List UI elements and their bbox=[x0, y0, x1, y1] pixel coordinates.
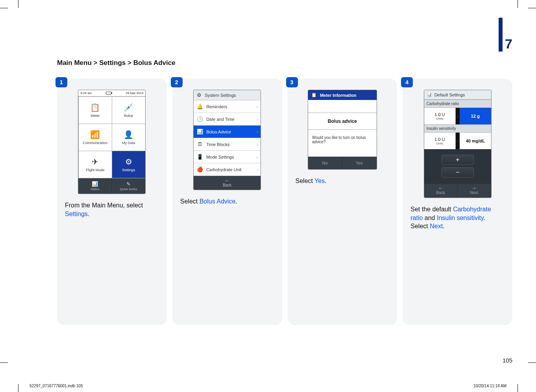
tile-label: Communication bbox=[83, 141, 108, 145]
plus-button[interactable]: + bbox=[442, 155, 474, 165]
breadcrumb: Main Menu > Settings > Bolus Advice bbox=[57, 59, 176, 67]
row-reminders[interactable]: 🔔Reminders› bbox=[194, 100, 261, 113]
row-label: Reminders bbox=[206, 104, 227, 109]
title-text: System Settings bbox=[205, 93, 236, 98]
chevron-right-icon: › bbox=[257, 104, 258, 109]
caption-text: Select bbox=[180, 198, 200, 205]
row-label: Bolus Advice bbox=[206, 129, 231, 134]
footer-label: Quick Notes bbox=[120, 187, 137, 191]
minus-button[interactable]: − bbox=[442, 167, 474, 178]
row-mode-settings[interactable]: 📱Mode Settings› bbox=[194, 151, 261, 163]
back-label: Back bbox=[436, 190, 445, 195]
chevron-right-icon: › bbox=[257, 167, 258, 172]
tile-settings[interactable]: ⚙Settings bbox=[112, 151, 146, 178]
titlebar: ⚙ System Settings bbox=[194, 90, 261, 100]
row-label: Carbohydrate Unit bbox=[206, 167, 241, 172]
footer-timestamp: 10/20/14 11:18 AM bbox=[473, 384, 506, 388]
caption-text: From the Main Menu, select bbox=[65, 202, 143, 209]
info-icon: 📋 bbox=[311, 92, 317, 98]
caption-text: . bbox=[325, 178, 326, 184]
communication-icon: 📶 bbox=[90, 130, 100, 139]
status-icon: 📊 bbox=[92, 181, 98, 187]
tile-meter[interactable]: 📋Meter bbox=[78, 96, 112, 124]
caption-text: Set the default bbox=[410, 206, 453, 213]
dialog-question: Would you like to turn on bolus advice? bbox=[308, 130, 377, 153]
arrow-left-icon: ← bbox=[424, 186, 457, 190]
row-bolus-advice[interactable]: 📊Bolus Advice› bbox=[194, 126, 261, 138]
footer-quick-notes[interactable]: ✎Quick Notes bbox=[112, 178, 145, 194]
footer-label: Status bbox=[91, 187, 100, 191]
chevron-right-icon: › bbox=[257, 155, 258, 159]
insulin-units-label: Units bbox=[436, 142, 443, 145]
next-button[interactable]: →Next bbox=[458, 184, 491, 198]
tile-communication[interactable]: 📶Communication bbox=[78, 124, 112, 151]
caption-2: Select Bolus Advice. bbox=[178, 197, 277, 206]
step-badge-3: 3 bbox=[286, 77, 298, 87]
screenshot-main-menu: 9:29 am 29 Mar 2014 📋Meter 💉Bolus 📶Commu… bbox=[78, 90, 146, 194]
caption-text: . bbox=[235, 198, 237, 205]
caption-text: . bbox=[88, 211, 89, 217]
caption-highlight: Insulin sensitivity bbox=[437, 214, 484, 221]
caption-text: and bbox=[423, 214, 437, 221]
my-data-icon: 👤 bbox=[124, 130, 133, 139]
insulin-mgdl-field[interactable]: 40 mg/dL bbox=[460, 133, 491, 149]
insulin-sensitivity-pair: 1.0 UUnits : 40 mg/dL bbox=[424, 133, 491, 149]
chart-icon: 📊 bbox=[427, 92, 432, 97]
phone-icon: 📱 bbox=[197, 154, 203, 160]
step-badge-2: 2 bbox=[171, 77, 183, 87]
insulin-units-field[interactable]: 1.0 UUnits bbox=[424, 133, 456, 149]
back-button[interactable]: ←Back bbox=[424, 184, 458, 198]
flight-mode-icon: ✈ bbox=[92, 157, 98, 166]
caption-highlight: Bolus Advice bbox=[200, 198, 236, 205]
chevron-right-icon: › bbox=[257, 142, 258, 147]
yes-button[interactable]: Yes bbox=[342, 157, 377, 169]
caption-highlight: Next bbox=[430, 223, 443, 229]
screenshot-bolus-confirm: 📋 Meter Information Bolus advice Would y… bbox=[308, 90, 377, 170]
tile-flight-mode[interactable]: ✈Flight Mode bbox=[78, 151, 112, 178]
carb-ratio-pair: 1.0 UUnits : 12 g bbox=[424, 108, 491, 124]
screenshot-system-settings: ⚙ System Settings 🔔Reminders› 🕒Date and … bbox=[193, 90, 261, 190]
chapter-tab: 7 bbox=[499, 18, 512, 52]
tile-label: Meter bbox=[91, 114, 100, 118]
back-button[interactable]: ←Back bbox=[194, 176, 261, 190]
section-carb-ratio: Carbohydrate ratio bbox=[424, 100, 491, 108]
titlebar: 📋 Meter Information bbox=[308, 90, 377, 100]
apple-icon: 🍎 bbox=[197, 166, 203, 172]
arrow-left-icon: ← bbox=[194, 178, 261, 183]
panel-step-1: 1 9:29 am 29 Mar 2014 📋Meter 💉Bolus 📶Com… bbox=[57, 79, 167, 325]
step-badge-4: 4 bbox=[401, 77, 413, 87]
tile-label: Bolus bbox=[124, 114, 133, 118]
carb-units-field[interactable]: 1.0 UUnits bbox=[424, 108, 456, 124]
carb-grams-field[interactable]: 12 g bbox=[460, 108, 491, 124]
meter-icon: 📋 bbox=[90, 103, 100, 112]
footer-file: 52297_07167776001.indb 105 bbox=[30, 384, 83, 388]
insulin-units-value: 1.0 U bbox=[434, 137, 445, 142]
chapter-bar bbox=[499, 18, 503, 52]
caption-text: . bbox=[443, 223, 444, 229]
caption-4: Set the default Carbohydrate ratio and I… bbox=[408, 205, 507, 231]
no-button[interactable]: No bbox=[308, 157, 342, 169]
bolus-icon: 💉 bbox=[124, 103, 133, 112]
settings-icon: ⚙ bbox=[125, 157, 132, 166]
panel-step-4: 4 📊 Default Settings Carbohydrate ratio … bbox=[403, 79, 512, 325]
bell-icon: 🔔 bbox=[197, 104, 203, 109]
chart-icon: 📊 bbox=[197, 129, 203, 135]
footer-status[interactable]: 📊Status bbox=[78, 178, 112, 194]
dialog-heading: Bolus advice bbox=[308, 113, 377, 130]
tile-label: Flight Mode bbox=[86, 168, 104, 172]
step-panels: 1 9:29 am 29 Mar 2014 📋Meter 💉Bolus 📶Com… bbox=[57, 79, 512, 325]
row-carb-unit[interactable]: 🍎Carbohydrate Unit› bbox=[194, 163, 261, 176]
status-bar: 9:29 am 29 Mar 2014 bbox=[78, 90, 145, 96]
tile-label: Settings bbox=[122, 168, 135, 172]
date-label: 29 Mar 2014 bbox=[126, 91, 143, 95]
tile-bolus[interactable]: 💉Bolus bbox=[112, 96, 146, 124]
tile-my-data[interactable]: 👤My Data bbox=[112, 124, 146, 151]
caption-3: Select Yes. bbox=[293, 177, 392, 185]
caption-text: Select bbox=[296, 178, 315, 184]
row-date-time[interactable]: 🕒Date and Time› bbox=[194, 113, 261, 126]
caption-highlight: Settings bbox=[65, 211, 88, 217]
tile-label: My Data bbox=[122, 141, 135, 145]
row-time-blocks[interactable]: 🗓Time Blocks› bbox=[194, 138, 261, 151]
step-badge-1: 1 bbox=[55, 77, 67, 87]
arrow-right-icon: → bbox=[458, 186, 491, 190]
